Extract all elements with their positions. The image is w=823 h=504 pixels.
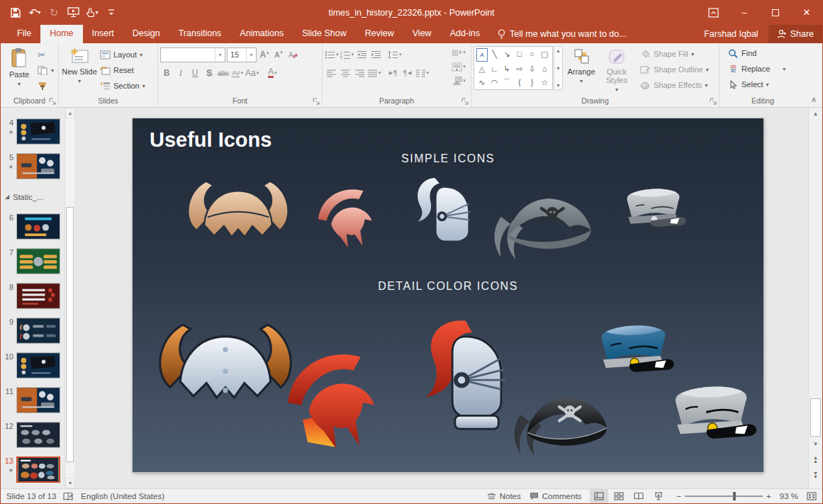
scroll-down-button[interactable]: ▼ xyxy=(809,438,822,449)
shapes-gallery-scroll[interactable]: ▲▼▼ xyxy=(554,46,563,90)
reset-button[interactable]: Reset xyxy=(98,62,147,78)
officer-cap-detail-icon[interactable] xyxy=(647,379,763,459)
spartan-helmet-detail-icon[interactable] xyxy=(274,324,398,471)
convert-to-smartart-button[interactable]: ▾ xyxy=(449,74,468,88)
decrease-indent-button[interactable] xyxy=(355,47,368,62)
spell-check-icon[interactable] xyxy=(63,492,74,501)
left-brace-shape[interactable]: { xyxy=(513,76,526,89)
previous-slide-button[interactable]: ▲▲ xyxy=(809,454,822,465)
font-name-combo[interactable]: ▾ xyxy=(160,47,225,62)
bold-button[interactable]: B xyxy=(160,66,173,80)
viking-helmet-simple-icon[interactable] xyxy=(178,171,298,266)
pirate-hat-simple-icon[interactable] xyxy=(486,182,605,266)
text-shadow-button[interactable]: S xyxy=(203,66,215,80)
comments-button[interactable]: Comments xyxy=(530,492,582,500)
tab-review[interactable]: Review xyxy=(356,25,403,43)
underline-button[interactable]: U xyxy=(189,66,201,80)
clear-formatting-button[interactable]: A xyxy=(286,47,299,62)
change-case-button[interactable]: Aa▾ xyxy=(245,66,259,80)
justify-button[interactable]: ▾ xyxy=(367,66,381,80)
copy-button[interactable]: ▾ xyxy=(35,62,56,78)
close-button[interactable]: ✕ xyxy=(791,0,822,25)
start-from-beginning-button[interactable] xyxy=(64,4,82,22)
slide-sorter-view-button[interactable] xyxy=(610,489,628,503)
undo-button[interactable]: ↶▾ xyxy=(26,4,44,22)
shape-outline-button[interactable]: Shape Outline▾ xyxy=(638,62,711,77)
triangle-shape[interactable]: △ xyxy=(476,62,488,76)
cut-button[interactable]: ✂ xyxy=(35,47,56,62)
customize-qat-button[interactable] xyxy=(102,4,121,22)
slide-editing-area[interactable]: Useful Icons SIMPLE ICONS xyxy=(74,108,808,488)
share-button[interactable]: Share xyxy=(768,25,822,43)
pirate-hat-detail-icon[interactable] xyxy=(493,382,633,461)
arrange-button[interactable]: Arrange▾ xyxy=(564,45,598,96)
text-direction-button[interactable]: A▾ xyxy=(449,45,468,60)
select-button[interactable]: Select▾ xyxy=(726,77,804,92)
arrow-shape[interactable]: ↘ xyxy=(500,47,513,61)
spartan-helmet-simple-icon[interactable] xyxy=(310,167,386,266)
quick-styles-button[interactable]: Quick Styles▾ xyxy=(598,45,635,96)
slide-scrollbar[interactable]: ▲ ▼ ▲▲ ▼▼ xyxy=(808,108,822,488)
slide-counter[interactable]: Slide 13 of 13 xyxy=(6,492,56,500)
reading-view-button[interactable] xyxy=(629,489,648,503)
thumbnail-slide-5[interactable]: 5★ xyxy=(1,153,63,180)
font-size-combo[interactable]: 15▾ xyxy=(227,47,257,62)
align-left-button[interactable] xyxy=(325,66,337,80)
thumbnail-slide-6[interactable]: 6 xyxy=(1,213,63,240)
arc-shape[interactable]: ◠ xyxy=(488,76,501,89)
new-slide-button[interactable]: New Slide▾ xyxy=(61,45,98,96)
bullets-button[interactable]: ▾ xyxy=(325,47,339,62)
elbow-shape[interactable]: ∟ xyxy=(488,62,501,76)
drawing-dialog-launcher[interactable] xyxy=(710,98,717,106)
tab-animations[interactable]: Animations xyxy=(230,25,293,43)
grow-font-button[interactable]: A▴ xyxy=(258,47,271,62)
pentagon-shape[interactable]: ⌂ xyxy=(538,62,551,76)
text-box-shape[interactable]: A xyxy=(476,48,488,62)
shape-effects-button[interactable]: Shape Effects▾ xyxy=(638,77,711,93)
thumbnail-scrollbar[interactable]: ▲ ▼ xyxy=(65,108,74,488)
zoom-out-button[interactable]: − xyxy=(676,492,681,500)
tab-view[interactable]: View xyxy=(403,25,441,43)
thumbnail-scroll-up[interactable]: ▲ xyxy=(65,108,75,118)
thumbnail-slide-10[interactable]: 10 xyxy=(1,352,63,379)
clipboard-dialog-launcher[interactable] xyxy=(49,98,57,106)
down-arrow-shape[interactable]: ⇩ xyxy=(526,62,539,76)
rtl-direction-button[interactable]: ¶◀ xyxy=(401,66,414,80)
next-slide-button[interactable]: ▼▼ xyxy=(809,469,822,481)
notes-button[interactable]: Notes xyxy=(487,492,521,500)
curve-shape[interactable]: ⌒ xyxy=(500,76,513,89)
section-button[interactable]: Section▾ xyxy=(98,78,147,94)
tell-me-box[interactable]: Tell me what you want to do... xyxy=(489,25,635,43)
italic-button[interactable]: I xyxy=(174,66,187,80)
tab-insert[interactable]: Insert xyxy=(83,25,123,43)
knight-helmet-simple-icon[interactable] xyxy=(392,164,481,267)
ltr-direction-button[interactable]: ▶¶ xyxy=(387,66,400,80)
rounded-rectangle-shape[interactable]: ▢ xyxy=(538,47,551,61)
thumbnail-slide-13-selected[interactable]: 13★ xyxy=(1,457,63,483)
align-text-button[interactable]: ▾ xyxy=(449,60,468,74)
find-button[interactable]: Find xyxy=(726,45,804,61)
tab-transitions[interactable]: Transitions xyxy=(169,25,231,43)
right-arrow-shape[interactable]: ⇨ xyxy=(513,62,526,76)
oval-shape[interactable]: ○ xyxy=(526,47,539,61)
line-spacing-button[interactable]: ▾ xyxy=(388,47,402,62)
slide-canvas[interactable]: Useful Icons SIMPLE ICONS xyxy=(133,118,763,472)
tab-file[interactable]: File xyxy=(8,25,40,43)
align-center-button[interactable] xyxy=(339,66,352,80)
thumbnail-slide-9[interactable]: 9 xyxy=(1,318,63,345)
officer-cap-simple-icon[interactable] xyxy=(606,184,694,242)
strikethrough-button[interactable]: abc xyxy=(217,66,230,80)
shape-fill-button[interactable]: Shape Fill▾ xyxy=(638,46,711,62)
thumbnail-slide-11[interactable]: 11 xyxy=(1,387,63,414)
tab-home[interactable]: Home xyxy=(40,25,82,43)
format-painter-button[interactable] xyxy=(35,78,56,94)
zoom-slider-thumb[interactable] xyxy=(733,492,736,500)
character-spacing-button[interactable]: AV▾ xyxy=(231,66,244,80)
ribbon-display-options-button[interactable] xyxy=(698,0,729,25)
increase-indent-button[interactable] xyxy=(369,47,382,62)
shrink-font-button[interactable]: A▾ xyxy=(272,47,285,62)
normal-view-button[interactable] xyxy=(590,489,608,503)
star-shape[interactable]: ☆ xyxy=(538,76,551,89)
align-right-button[interactable] xyxy=(353,66,366,80)
thumbnail-scroll-down[interactable]: ▼ xyxy=(65,478,75,488)
